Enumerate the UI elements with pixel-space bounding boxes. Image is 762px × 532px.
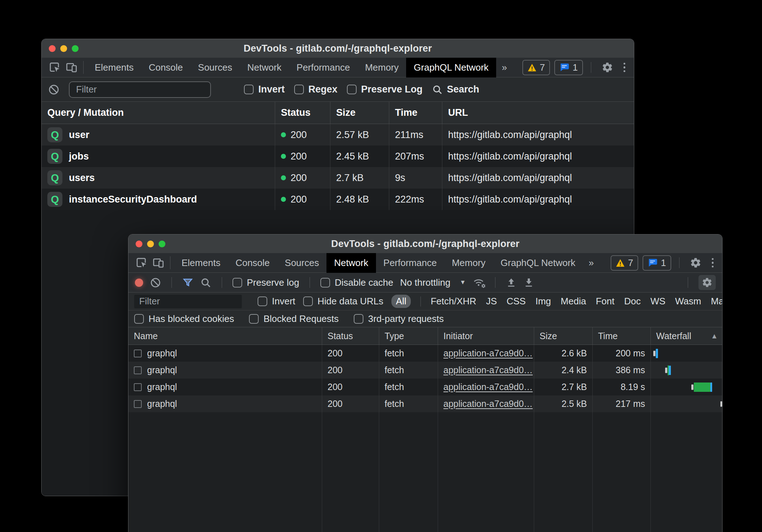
hide-data-urls-checkbox[interactable]: Hide data URLs bbox=[303, 296, 384, 307]
tab-graphql-network[interactable]: GraphQL Network bbox=[406, 58, 496, 77]
zoom-button[interactable] bbox=[159, 241, 165, 247]
status-ok-dot bbox=[281, 154, 286, 159]
table-row[interactable]: QinstanceSecurityDashboard 200 2.48 kB 2… bbox=[42, 189, 634, 210]
table-row[interactable]: graphql 200 fetch application-a7ca9d0… 2… bbox=[128, 395, 722, 412]
filter-type-doc[interactable]: Doc bbox=[624, 296, 641, 307]
traffic-lights bbox=[136, 234, 165, 253]
zoom-button[interactable] bbox=[72, 45, 79, 52]
table-row[interactable]: graphql 200 fetch application-a7ca9d0… 2… bbox=[128, 345, 722, 362]
close-button[interactable] bbox=[49, 45, 56, 52]
more-tabs-icon[interactable]: » bbox=[496, 62, 513, 73]
more-options-icon[interactable] bbox=[708, 258, 718, 268]
filter-type-ws[interactable]: WS bbox=[650, 296, 665, 307]
initiator-link[interactable]: application-a7ca9d0… bbox=[443, 399, 533, 409]
clear-icon[interactable] bbox=[48, 84, 60, 95]
column-header-query-mutation[interactable]: Query / Mutation bbox=[42, 102, 275, 124]
blocked-requests-checkbox[interactable]: Blocked Requests bbox=[249, 313, 339, 324]
column-header-initiator[interactable]: Initiator bbox=[438, 327, 534, 345]
tab-console[interactable]: Console bbox=[228, 253, 277, 273]
column-header-waterfall[interactable]: Waterfall ▲ bbox=[651, 327, 722, 345]
initiator-link[interactable]: application-a7ca9d0… bbox=[443, 348, 533, 358]
column-header-url[interactable]: URL bbox=[442, 102, 634, 124]
settings-gear-icon[interactable] bbox=[687, 255, 704, 270]
export-har-icon[interactable] bbox=[523, 277, 534, 288]
filter-input[interactable] bbox=[69, 81, 211, 98]
tab-console[interactable]: Console bbox=[141, 58, 190, 77]
traffic-lights bbox=[49, 39, 79, 58]
inspect-element-icon[interactable] bbox=[133, 255, 150, 270]
filter-input[interactable] bbox=[134, 295, 242, 308]
throttling-dropdown[interactable]: No throttling ▼ bbox=[400, 277, 466, 288]
filter-type-all[interactable]: All bbox=[391, 295, 411, 308]
column-header-time[interactable]: Time bbox=[389, 102, 442, 124]
titlebar[interactable]: DevTools - gitlab.com/-/graphql-explorer bbox=[42, 39, 634, 58]
filter-type-font[interactable]: Font bbox=[596, 296, 615, 307]
table-row[interactable]: Quser 200 2.57 kB 211ms https://gitlab.c… bbox=[42, 124, 634, 146]
window-title: DevTools - gitlab.com/-/graphql-explorer bbox=[331, 238, 519, 250]
has-blocked-cookies-checkbox[interactable]: Has blocked cookies bbox=[134, 313, 234, 324]
more-tabs-icon[interactable]: » bbox=[583, 257, 599, 269]
table-row[interactable]: graphql 200 fetch application-a7ca9d0… 2… bbox=[128, 362, 722, 379]
graphql-filter-bar: Invert Regex Preserve Log Search bbox=[42, 77, 634, 102]
issues-badge[interactable]: 1 bbox=[643, 255, 671, 271]
tab-elements[interactable]: Elements bbox=[87, 58, 141, 77]
record-network-log-button[interactable] bbox=[135, 279, 143, 287]
filter-type-media[interactable]: Media bbox=[561, 296, 586, 307]
column-header-type[interactable]: Type bbox=[379, 327, 438, 345]
table-row[interactable]: Qusers 200 2.7 kB 9s https://gitlab.com/… bbox=[42, 167, 634, 189]
filter-type-img[interactable]: Img bbox=[535, 296, 551, 307]
device-toolbar-icon[interactable] bbox=[150, 255, 166, 270]
filter-type-fetch-xhr[interactable]: Fetch/XHR bbox=[431, 296, 476, 307]
divider bbox=[495, 277, 495, 288]
tab-sources[interactable]: Sources bbox=[190, 58, 240, 77]
preserve-log-checkbox[interactable]: Preserve Log bbox=[347, 84, 423, 95]
more-options-icon[interactable] bbox=[620, 63, 629, 72]
tab-memory[interactable]: Memory bbox=[444, 253, 493, 273]
filter-type-wasm[interactable]: Wasm bbox=[675, 296, 701, 307]
inspect-element-icon[interactable] bbox=[47, 60, 63, 75]
preserve-log-checkbox[interactable]: Preserve log bbox=[232, 277, 299, 288]
disable-cache-checkbox[interactable]: Disable cache bbox=[320, 277, 393, 288]
network-settings-gear-icon[interactable] bbox=[698, 275, 716, 290]
import-har-icon[interactable] bbox=[506, 277, 517, 288]
filter-type-manifest[interactable]: Manifest bbox=[711, 296, 723, 307]
initiator-link[interactable]: application-a7ca9d0… bbox=[443, 382, 533, 392]
filter-funnel-icon[interactable] bbox=[182, 277, 193, 288]
tab-memory[interactable]: Memory bbox=[357, 58, 406, 77]
column-header-size[interactable]: Size bbox=[330, 102, 389, 124]
settings-gear-icon[interactable] bbox=[599, 60, 616, 75]
titlebar[interactable]: DevTools - gitlab.com/-/graphql-explorer bbox=[128, 234, 722, 253]
tab-graphql-network[interactable]: GraphQL Network bbox=[493, 253, 583, 273]
filter-type-css[interactable]: CSS bbox=[507, 296, 526, 307]
tab-sources[interactable]: Sources bbox=[277, 253, 326, 273]
column-header-name[interactable]: Name bbox=[128, 327, 322, 345]
close-button[interactable] bbox=[136, 241, 142, 247]
tab-network[interactable]: Network bbox=[326, 253, 376, 273]
table-row[interactable]: graphql 200 fetch application-a7ca9d0… 2… bbox=[128, 379, 722, 395]
regex-checkbox[interactable]: Regex bbox=[294, 84, 338, 95]
minimize-button[interactable] bbox=[60, 45, 67, 52]
column-header-status[interactable]: Status bbox=[322, 327, 379, 345]
invert-checkbox[interactable]: Invert bbox=[258, 296, 295, 307]
table-row[interactable]: Qjobs 200 2.45 kB 207ms https://gitlab.c… bbox=[42, 146, 634, 167]
minimize-button[interactable] bbox=[147, 241, 154, 247]
tab-network[interactable]: Network bbox=[240, 58, 289, 77]
clear-icon[interactable] bbox=[150, 277, 161, 288]
column-header-size[interactable]: Size bbox=[534, 327, 593, 345]
column-header-time[interactable]: Time bbox=[593, 327, 651, 345]
search-toggle[interactable]: Search bbox=[432, 84, 479, 95]
warnings-badge[interactable]: 7 bbox=[611, 255, 638, 271]
device-toolbar-icon[interactable] bbox=[63, 60, 80, 75]
network-conditions-icon[interactable] bbox=[472, 276, 485, 289]
column-header-status[interactable]: Status bbox=[275, 102, 330, 124]
tab-performance[interactable]: Performance bbox=[289, 58, 358, 77]
invert-checkbox[interactable]: Invert bbox=[244, 84, 285, 95]
search-icon[interactable] bbox=[200, 277, 211, 288]
initiator-link[interactable]: application-a7ca9d0… bbox=[443, 365, 533, 375]
warnings-badge[interactable]: 7 bbox=[522, 60, 550, 75]
tab-performance[interactable]: Performance bbox=[376, 253, 445, 273]
tab-elements[interactable]: Elements bbox=[174, 253, 228, 273]
issues-badge[interactable]: 1 bbox=[554, 60, 583, 75]
filter-type-js[interactable]: JS bbox=[486, 296, 497, 307]
third-party-requests-checkbox[interactable]: 3rd-party requests bbox=[354, 313, 444, 324]
